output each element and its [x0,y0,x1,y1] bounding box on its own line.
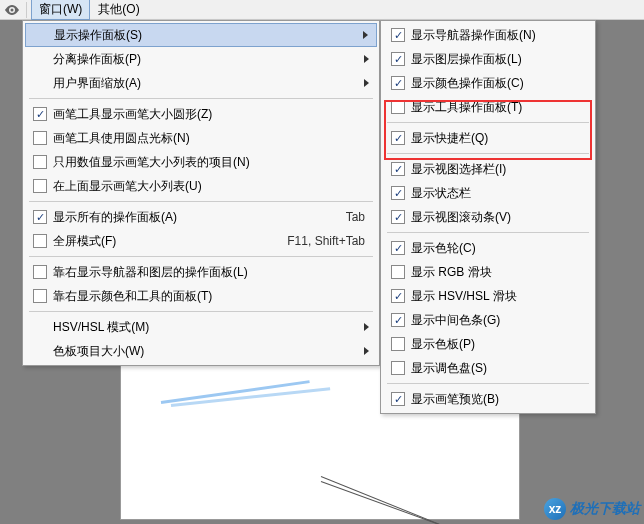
dropdown-window: 显示操作面板(S) 分离操作面板(P) 用户界面缩放(A) 画笔工具显示画笔大小… [22,20,380,366]
checkbox-icon [33,155,47,169]
menu-brush-preview[interactable]: 显示画笔预览(B) [383,387,593,411]
menu-layer-panel[interactable]: 显示图层操作面板(L) [383,47,593,71]
menu-hsv-slider[interactable]: 显示 HSV/HSL 滑块 [383,284,593,308]
menu-color-wheel[interactable]: 显示色轮(C) [383,236,593,260]
menu-rgb-slider[interactable]: 显示 RGB 滑块 [383,260,593,284]
menu-nav-panel[interactable]: 显示导航器操作面板(N) [383,23,593,47]
checkbox-icon [391,241,405,255]
submenu-show-panel: 显示导航器操作面板(N) 显示图层操作面板(L) 显示颜色操作面板(C) 显示工… [380,20,596,414]
checkbox-icon [391,337,405,351]
menu-palette-size[interactable]: 色板项目大小(W) [25,339,377,363]
menu-detach-panel[interactable]: 分离操作面板(P) [25,47,377,71]
menu-scrollbar[interactable]: 显示视图滚动条(V) [383,205,593,229]
chevron-right-icon [364,55,369,63]
checkbox-icon [391,100,405,114]
menu-brush-dot[interactable]: 画笔工具使用圆点光标(N) [25,126,377,150]
checkbox-icon [391,76,405,90]
checkbox-icon [391,289,405,303]
chevron-right-icon [364,347,369,355]
chevron-right-icon [363,31,368,39]
svg-point-0 [11,8,14,11]
menu-above-list[interactable]: 在上面显示画笔大小列表(U) [25,174,377,198]
checkbox-icon [391,265,405,279]
menu-tool-panel[interactable]: 显示工具操作面板(T) [383,95,593,119]
checkbox-icon [391,210,405,224]
menu-show-panel[interactable]: 显示操作面板(S) [25,23,377,47]
menu-color-panel[interactable]: 显示颜色操作面板(C) [383,71,593,95]
menu-other[interactable]: 其他(O) [90,0,147,20]
watermark: xz 极光下载站 [544,498,640,520]
menu-right-color-tool[interactable]: 靠右显示颜色和工具的面板(T) [25,284,377,308]
checkbox-icon [391,392,405,406]
menu-ui-zoom[interactable]: 用户界面缩放(A) [25,71,377,95]
logo-icon: xz [544,498,566,520]
checkbox-icon [33,179,47,193]
checkbox-icon [391,186,405,200]
menu-only-num[interactable]: 只用数值显示画笔大小列表的项目(N) [25,150,377,174]
checkbox-icon [33,265,47,279]
menu-fullscreen[interactable]: 全屏模式(F) F11, Shift+Tab [25,229,377,253]
checkbox-icon [33,107,47,121]
menu-quickbar[interactable]: 显示快捷栏(Q) [383,126,593,150]
menu-color-disk[interactable]: 显示调色盘(S) [383,356,593,380]
menubar: 窗口(W) 其他(O) [0,0,644,20]
menu-show-all-panels[interactable]: 显示所有的操作面板(A) Tab [25,205,377,229]
menu-palette[interactable]: 显示色板(P) [383,332,593,356]
checkbox-icon [391,52,405,66]
checkbox-icon [33,289,47,303]
menu-brush-circle[interactable]: 画笔工具显示画笔大小圆形(Z) [25,102,377,126]
checkbox-icon [391,28,405,42]
checkbox-icon [391,162,405,176]
checkbox-icon [391,131,405,145]
checkbox-icon [33,210,47,224]
menu-window[interactable]: 窗口(W) [31,0,90,20]
chevron-right-icon [364,323,369,331]
menu-hsv-mode[interactable]: HSV/HSL 模式(M) [25,315,377,339]
menu-view-selector[interactable]: 显示视图选择栏(I) [383,157,593,181]
menu-statusbar[interactable]: 显示状态栏 [383,181,593,205]
checkbox-icon [391,313,405,327]
checkbox-icon [33,234,47,248]
chevron-right-icon [364,79,369,87]
checkbox-icon [391,361,405,375]
checkbox-icon [33,131,47,145]
menu-mid-strip[interactable]: 显示中间色条(G) [383,308,593,332]
menu-right-nav-layer[interactable]: 靠右显示导航器和图层的操作面板(L) [25,260,377,284]
eye-icon [4,2,20,18]
